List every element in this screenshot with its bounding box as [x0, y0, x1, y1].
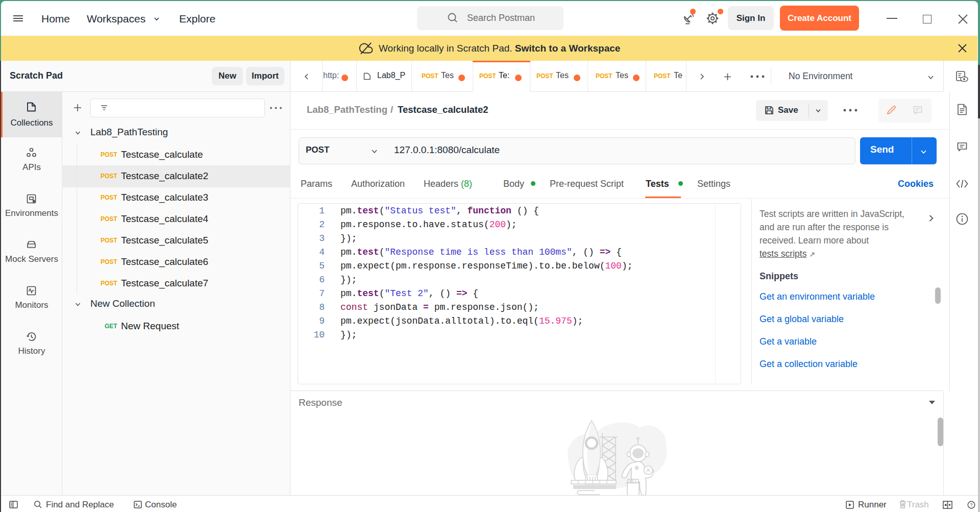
svg-text:?: ?: [970, 502, 972, 507]
